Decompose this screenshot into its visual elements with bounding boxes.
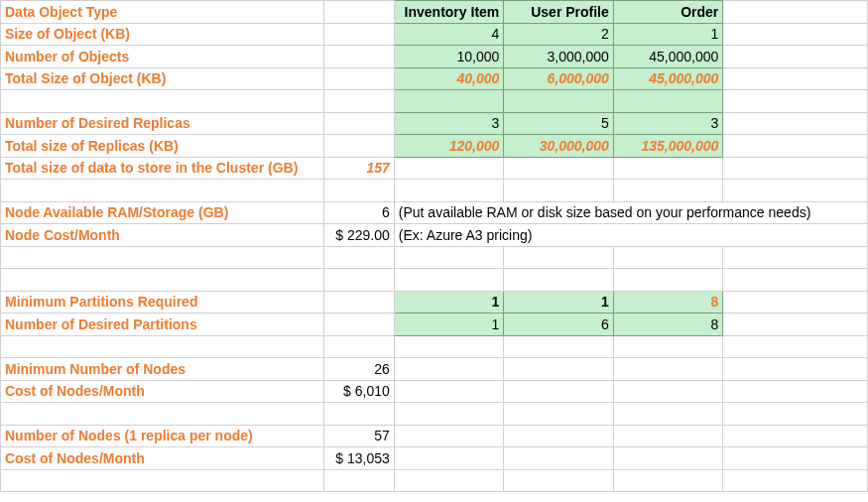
cell-blank	[504, 403, 614, 426]
value-cost-nodes-1rep: $ 13,053	[324, 447, 394, 470]
value-cost-min-nodes: $ 6,010	[324, 380, 394, 403]
value-node-cost[interactable]: $ 229.00	[324, 224, 394, 247]
cell-blank	[394, 180, 504, 202]
value-node-ram[interactable]: 6	[324, 201, 394, 224]
cell-blank	[723, 425, 868, 447]
calc-minpart-d: 1	[504, 291, 614, 314]
cell-blank	[324, 269, 394, 292]
cell-blank	[394, 269, 504, 292]
input-numobj-d[interactable]: 3,000,000	[504, 46, 614, 68]
cell-blank	[394, 335, 504, 358]
label-min-partitions: Minimum Partitions Required	[1, 291, 324, 314]
label-size-of-object: Size of Object (KB)	[1, 23, 324, 46]
calc-replicas-d: 30,000,000	[504, 135, 614, 158]
cell-blank	[723, 314, 868, 336]
input-despart-d[interactable]: 6	[504, 314, 614, 336]
cell-blank	[324, 67, 394, 90]
calc-totalsize-c: 40,000	[394, 67, 504, 90]
cell-blank	[324, 112, 394, 135]
cell-blank	[504, 469, 614, 492]
cell-blank	[723, 380, 868, 403]
cell-blank	[324, 46, 394, 68]
cell-blank	[394, 358, 504, 381]
input-despart-e[interactable]: 8	[613, 314, 723, 336]
value-nodes-1rep: 57	[324, 425, 394, 447]
label-min-nodes: Minimum Number of Nodes	[1, 358, 324, 381]
row-total-size-object: Total Size of Object (KB) 40,000 6,000,0…	[1, 67, 868, 90]
row-spacer	[1, 269, 868, 292]
cell-blank	[324, 23, 394, 46]
header-order: Order	[613, 1, 723, 24]
input-numobj-e[interactable]: 45,000,000	[613, 46, 723, 68]
cell-blank	[504, 157, 614, 180]
cell-blank	[394, 403, 504, 426]
value-cluster-gb: 157	[324, 157, 394, 180]
row-desired-replicas: Number of Desired Replicas 3 5 3	[1, 112, 868, 135]
cell-blank	[504, 380, 614, 403]
header-inventory-item: Inventory Item	[394, 1, 504, 24]
cell-blank	[394, 469, 504, 492]
hint-node-cost: (Ex: Azure A3 pricing)	[394, 224, 867, 247]
cell-blank	[723, 447, 868, 470]
row-total-replicas: Total size of Replicas (KB) 120,000 30,0…	[1, 135, 868, 158]
row-size-of-object: Size of Object (KB) 4 2 1	[1, 23, 868, 46]
row-min-nodes: Minimum Number of Nodes 26	[1, 358, 868, 381]
label-cost-nodes: Cost of Nodes/Month	[1, 380, 324, 403]
row-cost-min-nodes: Cost of Nodes/Month $ 6,010	[1, 380, 868, 403]
row-header: Data Object Type Inventory Item User Pro…	[1, 1, 868, 24]
cell-blank	[324, 246, 394, 269]
cell-blank	[324, 180, 394, 202]
calc-minpart-e: 8	[613, 291, 723, 314]
row-node-ram: Node Available RAM/Storage (GB) 6 (Put a…	[1, 201, 868, 224]
cell-blank	[504, 358, 614, 381]
cell-blank	[1, 403, 324, 426]
cell-blank	[613, 447, 723, 470]
cell-blank	[613, 469, 723, 492]
cell-blank	[1, 90, 324, 113]
row-cluster-gb: Total size of data to store in the Clust…	[1, 157, 868, 180]
input-replicas-d[interactable]: 5	[504, 112, 614, 135]
cell-blank	[324, 314, 394, 336]
input-size-c[interactable]: 4	[394, 23, 504, 46]
cell-blank	[613, 358, 723, 381]
row-spacer-green	[1, 90, 868, 113]
cell-blank	[504, 335, 614, 358]
label-node-ram: Node Available RAM/Storage (GB)	[1, 201, 324, 224]
cell-blank	[723, 1, 868, 24]
label-total-size-object: Total Size of Object (KB)	[1, 67, 324, 90]
cell-blank	[324, 335, 394, 358]
input-size-e[interactable]: 1	[613, 23, 723, 46]
cell-blank	[394, 246, 504, 269]
header-user-profile: User Profile	[504, 1, 614, 24]
row-spacer	[1, 469, 868, 492]
input-numobj-c[interactable]: 10,000	[394, 46, 504, 68]
label-desired-partitions: Number of Desired Partitions	[1, 314, 324, 336]
input-size-d[interactable]: 2	[504, 23, 614, 46]
cell-blank	[723, 157, 868, 180]
row-num-objects: Number of Objects 10,000 3,000,000 45,00…	[1, 46, 868, 68]
cell-blank-green	[394, 90, 504, 113]
cell-blank	[613, 157, 723, 180]
cell-blank	[723, 269, 868, 292]
cell-blank	[1, 180, 324, 202]
cell-blank	[504, 269, 614, 292]
input-replicas-e[interactable]: 3	[613, 112, 723, 135]
cell-blank	[394, 157, 504, 180]
value-min-nodes: 26	[324, 358, 394, 381]
row-node-cost: Node Cost/Month $ 229.00 (Ex: Azure A3 p…	[1, 224, 868, 247]
cell-blank	[1, 335, 324, 358]
calc-totalsize-d: 6,000,000	[504, 67, 614, 90]
input-despart-c[interactable]: 1	[394, 314, 504, 336]
row-spacer	[1, 335, 868, 358]
cell-blank	[723, 46, 868, 68]
calc-minpart-c: 1	[394, 291, 504, 314]
input-replicas-c[interactable]: 3	[394, 112, 504, 135]
row-cost-nodes-1rep: Cost of Nodes/Month $ 13,053	[1, 447, 868, 470]
row-spacer	[1, 403, 868, 426]
cell-blank	[613, 425, 723, 447]
cell-blank	[324, 1, 394, 24]
cell-blank	[723, 23, 868, 46]
label-cost-nodes-1rep: Cost of Nodes/Month	[1, 447, 324, 470]
cell-blank-green	[504, 90, 614, 113]
cell-blank	[394, 380, 504, 403]
